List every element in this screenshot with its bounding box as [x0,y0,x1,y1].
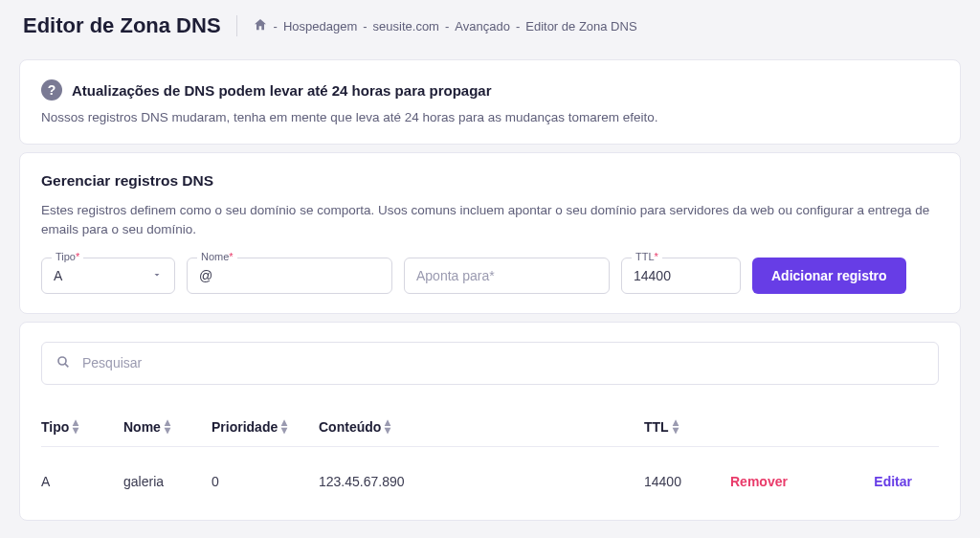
cell-content: 123.45.67.890 [319,474,644,489]
svg-line-1 [65,364,68,367]
sort-icon: ▴▾ [385,419,390,433]
cell-ttl: 14400 [644,474,730,489]
name-label: Nome* [197,251,237,262]
chevron-down-icon [151,268,163,283]
ttl-label: TTL* [632,251,662,262]
add-record-form: Tipo* A Nome* @ Aponta para* TTL* 14400 … [41,258,939,294]
th-ttl[interactable]: TTL▴▾ [644,419,730,435]
breadcrumb-item[interactable]: Avançado [455,19,510,34]
add-record-button[interactable]: Adicionar registro [752,258,906,294]
manage-title: Gerenciar registros DNS [41,172,939,190]
points-field[interactable]: Aponta para* [404,258,610,294]
ttl-value: 14400 [634,268,671,283]
name-value: @ [199,268,212,283]
table-row: A galeria 0 123.45.67.890 14400 Remover … [41,447,939,501]
table-header: Tipo▴▾ Nome▴▾ Prioridade▴▾ Conteúdo▴▾ TT… [41,408,939,447]
ttl-field[interactable]: TTL* 14400 [621,258,741,294]
info-card: ? Atualizações de DNS podem levar até 24… [19,59,961,145]
info-title: Atualizações de DNS podem levar até 24 h… [72,82,492,99]
remove-link[interactable]: Remover [730,474,835,489]
manage-desc: Estes registros definem como o seu domín… [41,201,939,240]
question-icon: ? [41,79,62,101]
th-name[interactable]: Nome▴▾ [123,419,212,435]
cell-type: A [41,474,123,489]
cell-priority: 0 [212,474,319,489]
divider [236,15,237,36]
breadcrumb-item[interactable]: Hospedagem [283,19,357,34]
breadcrumb-item[interactable]: seusite.com [373,19,439,34]
sort-icon: ▴▾ [73,419,78,433]
page-header: Editor de Zona DNS - Hospedagem - seusit… [0,0,980,52]
search-box[interactable] [41,342,939,385]
points-placeholder: Aponta para* [416,268,495,283]
edit-link[interactable]: Editar [835,474,912,489]
breadcrumb: - Hospedagem - seusite.com - Avançado - … [253,17,637,35]
home-icon[interactable] [253,17,268,35]
svg-point-0 [58,357,66,365]
info-body: Nossos registros DNS mudaram, tenha em m… [41,110,939,124]
th-priority[interactable]: Prioridade▴▾ [212,419,319,435]
type-label: Tipo* [52,251,83,262]
breadcrumb-sep: - [363,19,367,34]
breadcrumb-item[interactable]: Editor de Zona DNS [525,19,636,34]
breadcrumb-sep: - [516,19,520,34]
search-input[interactable] [82,355,924,370]
th-content[interactable]: Conteúdo▴▾ [319,419,644,435]
records-table-card: Tipo▴▾ Nome▴▾ Prioridade▴▾ Conteúdo▴▾ TT… [19,322,961,521]
type-value: A [54,268,62,283]
search-icon [56,354,71,372]
sort-icon: ▴▾ [673,419,679,433]
manage-card: Gerenciar registros DNS Estes registros … [19,152,961,314]
sort-icon: ▴▾ [281,419,287,433]
th-type[interactable]: Tipo▴▾ [41,419,123,435]
page-title: Editor de Zona DNS [23,13,221,38]
records-table: Tipo▴▾ Nome▴▾ Prioridade▴▾ Conteúdo▴▾ TT… [41,408,939,501]
name-field[interactable]: Nome* @ [187,258,392,294]
type-select[interactable]: Tipo* A [41,258,175,294]
cell-name: galeria [123,474,212,489]
breadcrumb-sep: - [445,19,449,34]
breadcrumb-sep: - [274,19,278,34]
sort-icon: ▴▾ [165,419,170,433]
